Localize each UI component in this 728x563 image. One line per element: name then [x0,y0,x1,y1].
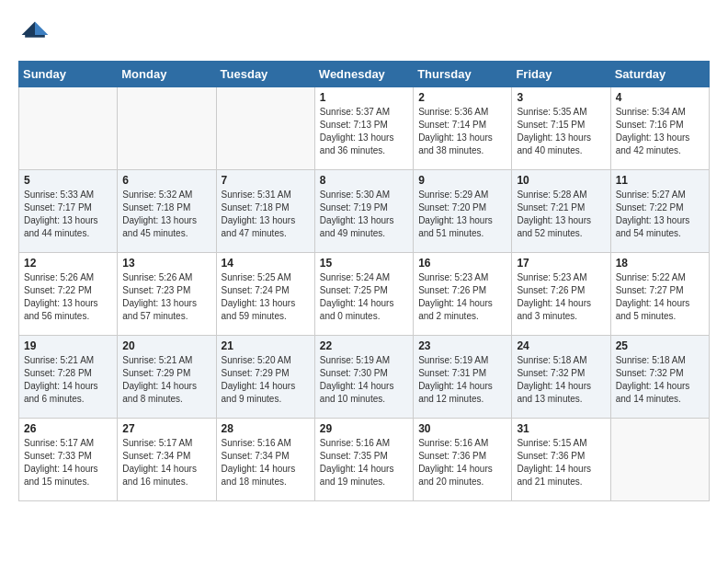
day-number: 21 [222,339,310,352]
day-number: 14 [222,257,310,270]
day-header-saturday: Saturday [610,62,709,87]
calendar-cell: 4Sunrise: 5:34 AM Sunset: 7:16 PM Daylig… [610,87,709,170]
day-info: Sunrise: 5:18 AM Sunset: 7:32 PM Dayligh… [517,354,605,406]
day-info: Sunrise: 5:19 AM Sunset: 7:31 PM Dayligh… [418,354,506,406]
day-info: Sunrise: 5:34 AM Sunset: 7:16 PM Dayligh… [616,106,704,157]
calendar-cell: 10Sunrise: 5:28 AM Sunset: 7:21 PM Dayli… [512,170,610,253]
calendar-cell: 15Sunrise: 5:24 AM Sunset: 7:25 PM Dayli… [314,253,413,336]
day-info: Sunrise: 5:17 AM Sunset: 7:33 PM Dayligh… [24,437,112,488]
day-number: 16 [418,257,506,270]
day-info: Sunrise: 5:20 AM Sunset: 7:29 PM Dayligh… [222,354,310,406]
day-number: 15 [320,257,408,270]
calendar-week-2: 5Sunrise: 5:33 AM Sunset: 7:17 PM Daylig… [19,170,710,253]
day-info: Sunrise: 5:30 AM Sunset: 7:19 PM Dayligh… [320,189,408,240]
calendar-cell: 16Sunrise: 5:23 AM Sunset: 7:26 PM Dayli… [414,253,512,336]
day-number: 10 [517,174,605,187]
calendar-cell: 6Sunrise: 5:32 AM Sunset: 7:18 PM Daylig… [118,170,216,253]
day-number: 9 [418,174,506,187]
day-info: Sunrise: 5:32 AM Sunset: 7:18 PM Dayligh… [122,189,210,240]
calendar-cell: 18Sunrise: 5:22 AM Sunset: 7:27 PM Dayli… [610,253,709,336]
calendar-cell: 25Sunrise: 5:18 AM Sunset: 7:32 PM Dayli… [610,336,709,419]
day-info: Sunrise: 5:24 AM Sunset: 7:25 PM Dayligh… [320,271,408,323]
calendar-cell: 31Sunrise: 5:15 AM Sunset: 7:36 PM Dayli… [512,419,610,501]
day-info: Sunrise: 5:23 AM Sunset: 7:26 PM Dayligh… [418,271,506,323]
calendar-cell: 24Sunrise: 5:18 AM Sunset: 7:32 PM Dayli… [512,336,610,419]
calendar-cell [216,87,314,170]
day-number: 19 [24,339,112,352]
day-info: Sunrise: 5:28 AM Sunset: 7:21 PM Dayligh… [517,189,605,240]
day-info: Sunrise: 5:23 AM Sunset: 7:26 PM Dayligh… [517,271,605,323]
calendar-week-1: 1Sunrise: 5:37 AM Sunset: 7:13 PM Daylig… [19,87,710,170]
day-number: 13 [122,257,210,270]
day-number: 23 [418,339,506,352]
day-header-sunday: Sunday [19,62,118,87]
calendar-cell [118,87,216,170]
calendar-cell: 5Sunrise: 5:33 AM Sunset: 7:17 PM Daylig… [19,170,118,253]
calendar-cell: 11Sunrise: 5:27 AM Sunset: 7:22 PM Dayli… [610,170,709,253]
calendar-cell: 30Sunrise: 5:16 AM Sunset: 7:36 PM Dayli… [414,419,512,501]
day-number: 18 [616,257,704,270]
calendar-cell: 13Sunrise: 5:26 AM Sunset: 7:23 PM Dayli… [118,253,216,336]
day-info: Sunrise: 5:26 AM Sunset: 7:23 PM Dayligh… [122,271,210,323]
calendar-cell: 14Sunrise: 5:25 AM Sunset: 7:24 PM Dayli… [216,253,314,336]
day-info: Sunrise: 5:16 AM Sunset: 7:36 PM Dayligh… [418,437,506,488]
calendar-cell: 26Sunrise: 5:17 AM Sunset: 7:33 PM Dayli… [19,419,118,501]
day-number: 22 [320,339,408,352]
day-number: 29 [320,422,408,435]
day-number: 31 [517,422,605,435]
page-header [18,18,710,52]
day-number: 24 [517,339,605,352]
calendar-cell: 8Sunrise: 5:30 AM Sunset: 7:19 PM Daylig… [314,170,413,253]
day-info: Sunrise: 5:19 AM Sunset: 7:30 PM Dayligh… [320,354,408,406]
day-info: Sunrise: 5:16 AM Sunset: 7:35 PM Dayligh… [320,437,408,488]
day-info: Sunrise: 5:21 AM Sunset: 7:29 PM Dayligh… [122,354,210,406]
day-number: 4 [616,91,704,104]
day-number: 3 [517,91,605,104]
calendar-cell: 3Sunrise: 5:35 AM Sunset: 7:15 PM Daylig… [512,87,610,170]
day-number: 28 [222,422,310,435]
logo-icon [18,18,51,52]
calendar-cell [19,87,118,170]
day-number: 8 [320,174,408,187]
calendar-week-3: 12Sunrise: 5:26 AM Sunset: 7:22 PM Dayli… [19,253,710,336]
day-info: Sunrise: 5:27 AM Sunset: 7:22 PM Dayligh… [616,189,704,240]
day-header-tuesday: Tuesday [216,62,314,87]
day-number: 25 [616,339,704,352]
calendar-cell: 23Sunrise: 5:19 AM Sunset: 7:31 PM Dayli… [414,336,512,419]
calendar-cell: 2Sunrise: 5:36 AM Sunset: 7:14 PM Daylig… [414,87,512,170]
calendar-cell: 17Sunrise: 5:23 AM Sunset: 7:26 PM Dayli… [512,253,610,336]
calendar-cell: 9Sunrise: 5:29 AM Sunset: 7:20 PM Daylig… [414,170,512,253]
calendar-cell: 19Sunrise: 5:21 AM Sunset: 7:28 PM Dayli… [19,336,118,419]
svg-marker-1 [22,22,35,35]
day-number: 20 [122,339,210,352]
day-info: Sunrise: 5:35 AM Sunset: 7:15 PM Dayligh… [517,106,605,157]
day-info: Sunrise: 5:22 AM Sunset: 7:27 PM Dayligh… [616,271,704,323]
day-info: Sunrise: 5:29 AM Sunset: 7:20 PM Dayligh… [418,189,506,240]
day-info: Sunrise: 5:21 AM Sunset: 7:28 PM Dayligh… [24,354,112,406]
day-info: Sunrise: 5:25 AM Sunset: 7:24 PM Dayligh… [222,271,310,323]
calendar-cell: 28Sunrise: 5:16 AM Sunset: 7:34 PM Dayli… [216,419,314,501]
day-info: Sunrise: 5:18 AM Sunset: 7:32 PM Dayligh… [616,354,704,406]
day-header-wednesday: Wednesday [314,62,413,87]
day-number: 12 [24,257,112,270]
calendar-cell: 29Sunrise: 5:16 AM Sunset: 7:35 PM Dayli… [314,419,413,501]
day-number: 17 [517,257,605,270]
day-number: 5 [24,174,112,187]
day-info: Sunrise: 5:16 AM Sunset: 7:34 PM Dayligh… [222,437,310,488]
day-header-monday: Monday [118,62,216,87]
day-number: 26 [24,422,112,435]
logo [18,18,55,52]
calendar-week-5: 26Sunrise: 5:17 AM Sunset: 7:33 PM Dayli… [19,419,710,501]
day-info: Sunrise: 5:15 AM Sunset: 7:36 PM Dayligh… [517,437,605,488]
day-info: Sunrise: 5:17 AM Sunset: 7:34 PM Dayligh… [122,437,210,488]
calendar-cell: 22Sunrise: 5:19 AM Sunset: 7:30 PM Dayli… [314,336,413,419]
day-info: Sunrise: 5:36 AM Sunset: 7:14 PM Dayligh… [418,106,506,157]
calendar-header-row: SundayMondayTuesdayWednesdayThursdayFrid… [19,62,710,87]
calendar-table: SundayMondayTuesdayWednesdayThursdayFrid… [18,61,710,501]
day-info: Sunrise: 5:26 AM Sunset: 7:22 PM Dayligh… [24,271,112,323]
day-number: 7 [222,174,310,187]
day-number: 11 [616,174,704,187]
calendar-cell: 20Sunrise: 5:21 AM Sunset: 7:29 PM Dayli… [118,336,216,419]
day-info: Sunrise: 5:31 AM Sunset: 7:18 PM Dayligh… [222,189,310,240]
day-info: Sunrise: 5:37 AM Sunset: 7:13 PM Dayligh… [320,106,408,157]
